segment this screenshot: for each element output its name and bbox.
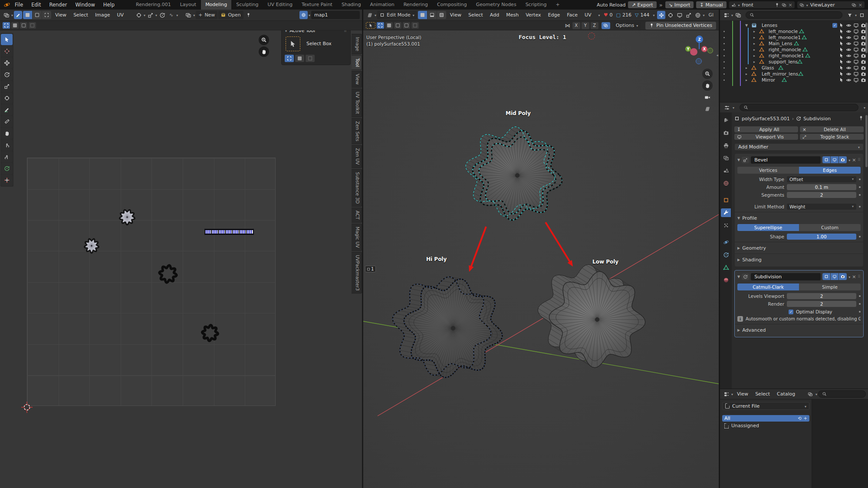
- selectable-icon[interactable]: [839, 71, 844, 76]
- orientation-label[interactable]: Gl: [705, 12, 717, 18]
- gizmo-neg-y-axis[interactable]: [707, 48, 713, 53]
- gizmo-neg-z-axis[interactable]: [696, 58, 702, 64]
- open-image-button[interactable]: Open: [218, 11, 243, 19]
- vertex-mode-icon[interactable]: [418, 11, 427, 19]
- render-visibility-icon[interactable]: [861, 53, 866, 59]
- animate-dot[interactable]: [859, 311, 861, 313]
- dropdown-icon[interactable]: [653, 12, 654, 18]
- uv-select-option-icon[interactable]: [29, 22, 36, 29]
- tab-custom[interactable]: Custom: [799, 224, 861, 231]
- hide-eye-icon[interactable]: [846, 29, 852, 34]
- tool-mode-box-icon[interactable]: [285, 55, 294, 62]
- scale-tool[interactable]: [1, 81, 13, 92]
- select-intersect-icon[interactable]: [411, 22, 419, 29]
- outliner-search-input[interactable]: [746, 11, 842, 19]
- edit-mode-display-icon[interactable]: [822, 273, 830, 280]
- active-tool-icon[interactable]: [286, 36, 300, 51]
- display-mode-icon[interactable]: [806, 390, 815, 398]
- overlays-toggle-icon[interactable]: [675, 11, 684, 19]
- viewport-3d[interactable]: User Perspective (Local) (1) polySurface…: [363, 30, 719, 488]
- browse-image-icon[interactable]: [184, 11, 192, 19]
- render-visibility-icon[interactable]: [861, 65, 866, 71]
- menu-window[interactable]: Window: [71, 0, 99, 10]
- asset-grid-area[interactable]: [812, 399, 868, 488]
- workspace-tab-animation[interactable]: Animation: [366, 0, 399, 10]
- tab-uv-toolkit[interactable]: UV Toolkit: [352, 89, 362, 117]
- proportional-editing-icon[interactable]: [158, 11, 166, 19]
- render-visibility-icon[interactable]: [861, 71, 866, 77]
- animate-dot[interactable]: [859, 178, 861, 180]
- menu-render[interactable]: Render: [46, 0, 71, 10]
- uv-sync-selection-icon[interactable]: [14, 11, 22, 19]
- geometry-section-label[interactable]: Geometry: [742, 245, 766, 251]
- modifier-extras-icon[interactable]: [848, 157, 850, 163]
- tab-view-layer-icon[interactable]: [721, 154, 731, 162]
- drag-dots-icon[interactable]: ⠿: [858, 274, 861, 279]
- hide-eye-icon[interactable]: [846, 65, 852, 71]
- modifier-extras-icon[interactable]: [848, 274, 850, 280]
- asset-menu-select[interactable]: Select: [752, 391, 773, 397]
- dropdown-icon[interactable]: [864, 105, 865, 110]
- active-tool-cursor-icon[interactable]: [366, 22, 375, 29]
- mesh-select-mode-buttons[interactable]: [418, 11, 446, 19]
- tab-catmull-clark[interactable]: Catmull-Clark: [737, 284, 799, 290]
- tab-output-icon[interactable]: [721, 141, 731, 150]
- asset-editor-icon[interactable]: [722, 390, 730, 398]
- chevron-right-icon[interactable]: ▶: [737, 258, 740, 262]
- uv-select-face-icon[interactable]: [42, 11, 51, 19]
- viewport-display-icon[interactable]: [853, 71, 859, 77]
- vp-pan-button[interactable]: [702, 80, 713, 91]
- tab-world-icon[interactable]: [721, 179, 731, 188]
- workspace-tab-sculpting[interactable]: Sculpting: [232, 0, 263, 10]
- gizmos-toggle-icon[interactable]: [666, 11, 674, 19]
- select-invert-icon[interactable]: [403, 22, 410, 29]
- move-tool[interactable]: [1, 57, 13, 69]
- copy-icon[interactable]: [852, 3, 856, 7]
- uv-zoom-button[interactable]: [259, 35, 269, 45]
- tab-physics-icon[interactable]: [721, 238, 731, 247]
- close-icon[interactable]: ×: [852, 157, 856, 163]
- breadcrumb-object[interactable]: polySurface553.001: [742, 116, 790, 122]
- optimal-display-checkbox[interactable]: [789, 310, 793, 314]
- select-extend-icon[interactable]: [385, 22, 393, 29]
- render-display-icon[interactable]: [839, 273, 847, 280]
- pinch-tool[interactable]: [1, 151, 13, 162]
- tool-mode-pick-icon[interactable]: [306, 55, 315, 62]
- profile-section-label[interactable]: Profile: [742, 215, 757, 221]
- asset-menu-view[interactable]: View: [734, 391, 751, 397]
- face-mode-icon[interactable]: [437, 11, 446, 19]
- add-catalog-icon[interactable]: +: [804, 416, 807, 421]
- panel-drag-dots-icon[interactable]: ⠿: [344, 30, 347, 33]
- tab-scene-icon[interactable]: [721, 166, 731, 175]
- tab-substance-3d[interactable]: Substance 3D: [352, 169, 362, 207]
- copy-icon[interactable]: [782, 3, 786, 7]
- blender-logo-icon[interactable]: [3, 1, 10, 8]
- animate-dot[interactable]: [859, 303, 861, 305]
- uv-menu-select[interactable]: Select: [70, 12, 91, 18]
- xray-toggle-icon[interactable]: [684, 11, 693, 19]
- pin-icon[interactable]: [775, 3, 779, 7]
- tab-vertices[interactable]: Vertices: [737, 167, 799, 174]
- manual-button[interactable]: ↧Manual: [696, 1, 726, 8]
- pin-tool[interactable]: [1, 175, 13, 186]
- selectable-icon[interactable]: [839, 23, 844, 28]
- edge-mode-icon[interactable]: [427, 11, 437, 19]
- vp-menu-face[interactable]: Face: [564, 12, 581, 18]
- chevron-down-icon[interactable]: ▼: [737, 158, 740, 162]
- undo-icon[interactable]: ⟲: [798, 416, 801, 421]
- asset-source-dropdown[interactable]: Current File: [722, 402, 809, 410]
- tab-tool[interactable]: Tool: [352, 55, 362, 70]
- tab-render-icon[interactable]: [721, 129, 731, 137]
- uv-menu-uv[interactable]: UV: [114, 12, 127, 18]
- transform-gizmo-icon[interactable]: [657, 11, 665, 19]
- hide-eye-icon[interactable]: [846, 77, 852, 83]
- pivot-point-icon[interactable]: [135, 11, 143, 19]
- outliner-row-mesh[interactable]: ▸Main_Lens: [720, 40, 868, 46]
- close-icon[interactable]: ×: [789, 2, 792, 8]
- selectable-icon[interactable]: [839, 53, 844, 58]
- drag-dots-icon[interactable]: ⠿: [858, 158, 861, 162]
- selectable-icon[interactable]: [839, 41, 844, 46]
- auto-reload-label[interactable]: Auto Reload: [597, 2, 625, 8]
- levels-viewport-field[interactable]: 2: [787, 293, 856, 299]
- gizmo-z-axis[interactable]: Z: [696, 36, 703, 43]
